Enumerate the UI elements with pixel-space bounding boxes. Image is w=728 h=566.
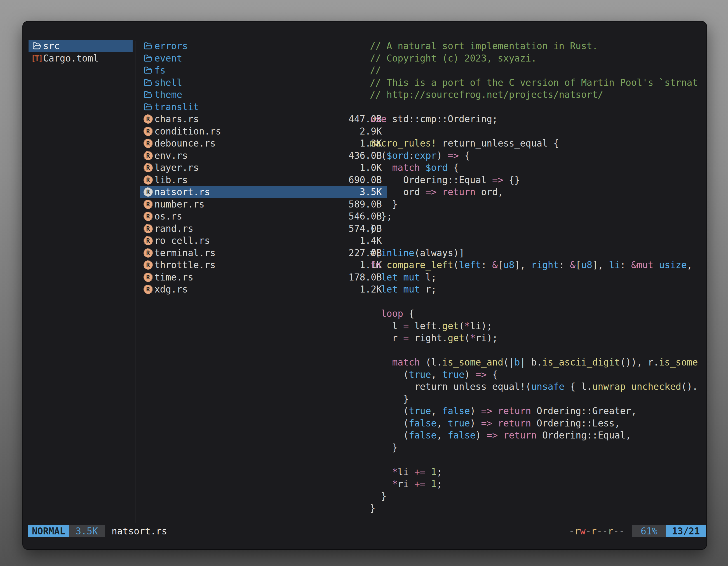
code-line: *ri += 1; xyxy=(370,478,702,490)
file-row[interactable]: Rterminal.rs227.0B xyxy=(140,247,387,259)
code-line: }; xyxy=(370,210,702,223)
code-line: (true, false) => return Ordering::Greate… xyxy=(370,405,702,417)
permissions-text: -rw-r--r-- xyxy=(569,526,624,537)
code-line: } xyxy=(370,490,702,502)
file-row[interactable]: Rro_cell.rs1.4K xyxy=(140,235,387,247)
file-name: terminal.rs xyxy=(154,248,216,259)
rust-file-icon: R xyxy=(142,212,154,221)
file-name: lib.rs xyxy=(154,175,188,186)
file-name: throttle.rs xyxy=(154,260,216,271)
code-line: } xyxy=(370,198,702,211)
file-name: src xyxy=(43,41,60,51)
file-row[interactable]: [T]Cargo.toml xyxy=(29,52,133,65)
code-line: } xyxy=(370,223,702,235)
code-line: use std::cmp::Ordering; xyxy=(370,113,702,125)
code-line: let mut r; xyxy=(370,283,702,295)
file-row[interactable]: Rtime.rs178.0B xyxy=(140,271,387,283)
terminal-window: src[T]Cargo.toml errorseventfsshelltheme… xyxy=(22,21,707,550)
preview-percent-badge: 61% xyxy=(632,525,666,537)
file-row[interactable]: Rnatsort.rs3.5K xyxy=(140,186,387,198)
file-name: fs xyxy=(154,65,166,76)
folder-icon xyxy=(142,78,154,87)
selected-size-badge: 3.5K xyxy=(69,525,104,537)
file-name: ro_cell.rs xyxy=(154,235,210,246)
cursor-position-badge: 13/21 xyxy=(666,525,706,537)
code-line xyxy=(370,454,702,466)
dir-row[interactable]: event xyxy=(140,52,387,65)
file-row[interactable]: Rnumber.rs589.0B xyxy=(140,198,387,211)
code-line xyxy=(370,125,702,138)
code-line xyxy=(370,235,702,247)
file-name: theme xyxy=(154,89,182,100)
file-name: errors xyxy=(154,41,188,51)
code-line: // xyxy=(370,64,702,77)
code-line: loop { xyxy=(370,307,702,320)
dir-row[interactable]: errors xyxy=(140,40,387,52)
file-name: layer.rs xyxy=(154,162,199,173)
rust-file-icon: R xyxy=(142,127,154,136)
file-row[interactable]: Rdebounce.rs1.3K xyxy=(140,137,387,150)
file-name: time.rs xyxy=(154,272,193,283)
panel-separator xyxy=(135,41,135,523)
code-line: ord => return ord, xyxy=(370,186,702,198)
code-line: *li += 1; xyxy=(370,466,702,478)
rust-file-icon: R xyxy=(142,224,154,233)
rust-file-icon: R xyxy=(142,175,154,185)
rust-file-icon: R xyxy=(142,261,154,270)
file-row[interactable]: Ros.rs546.0B xyxy=(140,210,387,223)
file-name: rand.rs xyxy=(154,223,193,234)
rust-file-icon: R xyxy=(142,273,154,282)
current-directory-panel: errorseventfsshellthemetranslitRchars.rs… xyxy=(140,40,387,295)
rust-file-icon: R xyxy=(142,151,154,160)
dir-row[interactable]: translit xyxy=(140,101,387,113)
file-name: number.rs xyxy=(154,199,205,210)
file-row[interactable]: Rrand.rs574.0B xyxy=(140,223,387,235)
file-name: event xyxy=(154,53,182,64)
code-line: (false, false) => return Ordering::Equal… xyxy=(370,429,702,441)
code-line: macro_rules! return_unless_equal { xyxy=(370,137,702,150)
rust-file-icon: R xyxy=(142,285,154,294)
file-name: translit xyxy=(154,102,199,112)
code-line: let mut l; xyxy=(370,271,702,283)
code-line: return_unless_equal!(unsafe { l.unwrap_u… xyxy=(370,380,702,393)
code-line: ($ord:expr) => { xyxy=(370,150,702,162)
file-row[interactable]: Rxdg.rs1.2K xyxy=(140,283,387,295)
file-name: Cargo.toml xyxy=(43,53,99,64)
rust-file-icon: R xyxy=(142,236,154,245)
file-row[interactable]: Rchars.rs447.0B xyxy=(140,113,387,125)
dir-row[interactable]: fs xyxy=(140,64,387,77)
file-row[interactable]: Rlib.rs690.0B xyxy=(140,174,387,186)
folder-icon xyxy=(142,54,154,63)
folder-icon xyxy=(142,90,154,99)
rust-file-icon: R xyxy=(142,163,154,172)
code-line: // This is a port of the C version of Ma… xyxy=(370,77,702,89)
code-line: r = right.get(*ri); xyxy=(370,332,702,344)
code-line: } xyxy=(370,393,702,405)
code-line xyxy=(370,295,702,308)
dir-row[interactable]: theme xyxy=(140,89,387,101)
toml-file-icon: [T] xyxy=(30,54,43,63)
file-name: shell xyxy=(154,77,182,88)
dir-row[interactable]: src xyxy=(29,40,133,52)
file-name: natsort.rs xyxy=(154,187,210,198)
dir-row[interactable]: shell xyxy=(140,77,387,89)
folder-icon xyxy=(142,66,154,75)
code-line: l = left.get(*li); xyxy=(370,320,702,332)
file-row[interactable]: Rlayer.rs1.0K xyxy=(140,162,387,174)
hovered-filename: natsort.rs xyxy=(112,526,167,537)
code-line: } xyxy=(370,502,702,515)
file-row[interactable]: Rthrottle.rs1.1K xyxy=(140,259,387,271)
file-row[interactable]: Rcondition.rs2.9K xyxy=(140,125,387,138)
code-line xyxy=(370,101,702,113)
code-line: match $ord { xyxy=(370,162,702,174)
code-line: (true, true) => { xyxy=(370,368,702,381)
rust-file-icon: R xyxy=(142,139,154,148)
file-name: chars.rs xyxy=(154,114,199,125)
file-preview-panel[interactable]: // A natural sort implementation in Rust… xyxy=(370,40,702,517)
panel-separator xyxy=(368,41,368,523)
file-name: debounce.rs xyxy=(154,138,216,149)
file-name: os.rs xyxy=(154,211,182,222)
folder-icon xyxy=(142,103,154,111)
status-bar-right: -rw-r--r-- 61% 13/21 xyxy=(569,525,706,537)
file-row[interactable]: Renv.rs436.0B xyxy=(140,150,387,162)
